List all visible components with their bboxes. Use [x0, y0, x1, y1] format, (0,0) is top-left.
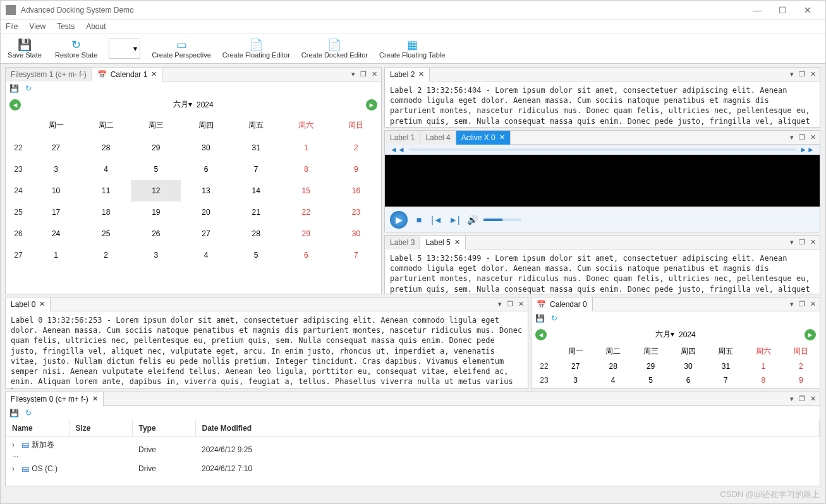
- tab-label1[interactable]: Label 1: [385, 131, 420, 145]
- undock-icon[interactable]: ❐: [799, 70, 805, 78]
- calendar-day[interactable]: 7: [331, 244, 381, 266]
- calendar-day[interactable]: 31: [707, 359, 744, 373]
- chevron-right-icon[interactable]: ›: [12, 440, 20, 449]
- create-docked-editor-button[interactable]: 📄Create Docked Editor: [301, 39, 368, 59]
- calendar-day[interactable]: 10: [31, 180, 81, 201]
- close-icon[interactable]: ✕: [372, 70, 377, 78]
- calendar-day[interactable]: 30: [181, 137, 231, 159]
- maximize-button[interactable]: ☐: [770, 5, 795, 15]
- col-name[interactable]: Name: [6, 420, 69, 437]
- tab-label5[interactable]: Label 5✕: [420, 236, 465, 249]
- calendar-day[interactable]: 19: [131, 201, 181, 223]
- calendar-day[interactable]: 14: [231, 180, 281, 201]
- create-perspective-button[interactable]: ▭Create Perspective: [152, 39, 211, 59]
- calendar-day[interactable]: 27: [557, 359, 594, 373]
- calendar-day[interactable]: 29: [632, 359, 669, 373]
- menu-about[interactable]: About: [86, 22, 106, 31]
- close-button[interactable]: ✕: [795, 5, 820, 15]
- perspective-dropdown[interactable]: ▾: [109, 39, 140, 59]
- next-button[interactable]: ►|: [448, 213, 461, 226]
- close-icon[interactable]: ✕: [151, 70, 157, 78]
- close-icon[interactable]: ✕: [454, 238, 460, 246]
- undock-icon[interactable]: ❐: [507, 300, 513, 308]
- undock-icon[interactable]: ❐: [799, 133, 805, 141]
- calendar-day[interactable]: 27: [31, 137, 81, 159]
- table-row[interactable]: › 🖴新加卷 ...Drive2024/6/12 9:25: [6, 437, 820, 462]
- calendar-day[interactable]: 8: [281, 159, 331, 180]
- calendar-day[interactable]: 28: [231, 223, 281, 244]
- close-icon[interactable]: ✕: [810, 395, 816, 403]
- menu-view[interactable]: View: [29, 22, 46, 31]
- calendar-day[interactable]: 8: [744, 373, 782, 387]
- seek-bar[interactable]: ◄◄►►: [385, 145, 820, 155]
- close-icon[interactable]: ✕: [810, 70, 816, 78]
- calendar-day[interactable]: 20: [181, 201, 231, 223]
- calendar-day[interactable]: 15: [281, 180, 331, 201]
- tab-calendar1[interactable]: 📅Calendar 1✕: [92, 68, 163, 81]
- history-icon[interactable]: ↻: [25, 409, 32, 417]
- restore-state-button[interactable]: ↻Restore State: [55, 39, 97, 59]
- calendar-day[interactable]: 22: [281, 201, 331, 223]
- close-icon[interactable]: ✕: [810, 300, 816, 308]
- calendar-day[interactable]: 30: [669, 359, 707, 373]
- close-icon[interactable]: ✕: [418, 70, 424, 78]
- calendar-day[interactable]: 28: [594, 359, 631, 373]
- tab-label2[interactable]: Label 2✕: [385, 68, 430, 81]
- calendar-day[interactable]: 3: [557, 373, 594, 387]
- calendar-day[interactable]: 4: [594, 373, 631, 387]
- save-state-button[interactable]: 💾Save State: [6, 39, 44, 59]
- calendar-day[interactable]: 4: [181, 244, 231, 266]
- calendar-day[interactable]: 6: [181, 159, 231, 180]
- calendar-day[interactable]: 5: [231, 244, 281, 266]
- menu-file[interactable]: File: [6, 22, 18, 31]
- next-month-button[interactable]: ►: [366, 99, 377, 111]
- tab-filesystem0[interactable]: Filesystem 0 (c+ m+ f-)✕: [6, 392, 104, 406]
- next-month-button[interactable]: ►: [805, 329, 816, 340]
- calendar-day[interactable]: 25: [81, 223, 131, 244]
- undock-icon[interactable]: ❐: [799, 395, 805, 403]
- prev-month-button[interactable]: ◄: [9, 99, 21, 111]
- undock-icon[interactable]: ❐: [799, 300, 805, 308]
- calendar-day[interactable]: 4: [81, 159, 131, 180]
- save-icon[interactable]: 💾: [535, 314, 545, 323]
- tab-calendar0[interactable]: 📅Calendar 0: [531, 297, 593, 311]
- save-icon[interactable]: 💾: [9, 84, 19, 93]
- col-size[interactable]: Size: [69, 420, 132, 437]
- calendar-day[interactable]: 12: [131, 180, 181, 201]
- calendar-day[interactable]: 1: [744, 359, 782, 373]
- menu-icon[interactable]: ▾: [351, 70, 355, 78]
- calendar-day[interactable]: 7: [231, 159, 281, 180]
- volume-icon[interactable]: 🔊: [466, 213, 478, 226]
- close-icon[interactable]: ✕: [810, 133, 816, 141]
- tab-activex[interactable]: Active X 0✕: [456, 131, 511, 145]
- calendar-day[interactable]: 29: [281, 223, 331, 244]
- close-icon[interactable]: ✕: [810, 238, 816, 246]
- calendar-day[interactable]: 27: [181, 223, 231, 244]
- calendar-day[interactable]: 1: [281, 137, 331, 159]
- tab-filesystem1[interactable]: Filesystem 1 (c+ m- f-): [6, 68, 92, 81]
- calendar-day[interactable]: 9: [782, 373, 820, 387]
- calendar-day[interactable]: 30: [331, 223, 381, 244]
- close-icon[interactable]: ✕: [92, 395, 98, 403]
- seek-fwd-icon[interactable]: ►►: [799, 145, 815, 154]
- history-icon[interactable]: ↻: [551, 314, 557, 323]
- calendar-day[interactable]: 1: [31, 244, 81, 266]
- tab-label4[interactable]: Label 4: [420, 131, 456, 145]
- minimize-button[interactable]: —: [744, 5, 770, 15]
- seek-back-icon[interactable]: ◄◄: [390, 145, 405, 154]
- calendar-day[interactable]: 2: [331, 137, 381, 159]
- close-icon[interactable]: ✕: [39, 300, 45, 308]
- history-icon[interactable]: ↻: [25, 84, 32, 93]
- menu-icon[interactable]: ▾: [790, 238, 794, 246]
- prev-month-button[interactable]: ◄: [535, 329, 547, 340]
- calendar-day[interactable]: 18: [81, 201, 131, 223]
- calendar-day[interactable]: 5: [131, 159, 181, 180]
- menu-icon[interactable]: ▾: [498, 300, 502, 308]
- menu-tests[interactable]: Tests: [57, 22, 75, 31]
- menu-icon[interactable]: ▾: [790, 395, 794, 403]
- undock-icon[interactable]: ❐: [360, 70, 367, 78]
- menu-icon[interactable]: ▾: [790, 300, 794, 308]
- create-floating-table-button[interactable]: ▦Create Floating Table: [379, 39, 445, 59]
- calendar-day[interactable]: 5: [632, 373, 669, 387]
- table-row[interactable]: › 🖴OS (C:)Drive2024/6/12 7:10: [6, 462, 820, 476]
